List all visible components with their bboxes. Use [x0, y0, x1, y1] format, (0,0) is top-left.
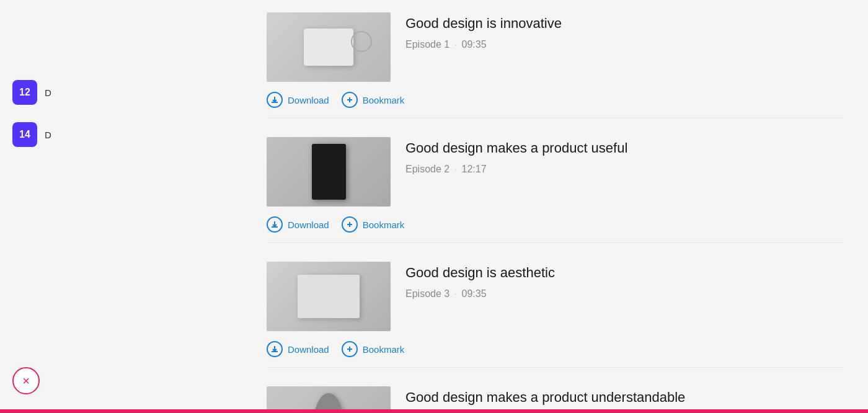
meta-dot-1: ·	[454, 40, 456, 49]
episode-item-4: Good design makes a product understandab…	[267, 374, 843, 413]
episode-item-3: Good design is aesthetic Episode 3 · 09:…	[267, 249, 843, 368]
episode-item-1: Good design is innovative Episode 1 · 09…	[267, 0, 843, 118]
badge-12: 12	[12, 80, 37, 105]
badge-row-14: 14 D	[0, 113, 242, 156]
episode-info-3: Good design is aesthetic Episode 3 · 09:…	[405, 262, 843, 300]
badge-12-label: D	[45, 87, 51, 98]
close-button[interactable]: ×	[12, 367, 40, 394]
divider-2	[267, 242, 843, 243]
episode-item-2: Good design makes a product useful Episo…	[267, 125, 843, 243]
episode-meta-1: Episode 1 · 09:35	[405, 39, 843, 50]
bookmark-icon-3	[342, 341, 358, 357]
episode-duration-3: 09:35	[462, 288, 487, 300]
sidebar: 12 D 14 D	[0, 0, 242, 413]
episode-label-1: Episode 1	[405, 39, 450, 50]
episode-title-4: Good design makes a product understandab…	[405, 389, 843, 407]
divider-3	[267, 367, 843, 368]
episode-label-3: Episode 3	[405, 288, 450, 300]
episode-meta-2: Episode 2 · 12:17	[405, 164, 843, 175]
episode-meta-3: Episode 3 · 09:35	[405, 288, 843, 300]
episode-row-4: Good design makes a product understandab…	[267, 374, 843, 413]
episode-thumbnail-2	[267, 137, 391, 206]
download-icon-1	[267, 92, 283, 108]
download-icon-3	[267, 341, 283, 357]
episode-info-2: Good design makes a product useful Episo…	[405, 137, 843, 175]
bottom-bar	[0, 409, 868, 413]
badge-14-label: D	[45, 130, 51, 140]
episode-list: Good design is innovative Episode 1 · 09…	[242, 0, 868, 413]
episode-duration-2: 12:17	[462, 164, 487, 175]
badge-14: 14	[12, 122, 37, 147]
episode-row-2: Good design makes a product useful Episo…	[267, 125, 843, 214]
episode-row-3: Good design is aesthetic Episode 3 · 09:…	[267, 249, 843, 339]
episode-info-1: Good design is innovative Episode 1 · 09…	[405, 12, 843, 50]
page-container: 12 D 14 D Good design is innovative Epis…	[0, 0, 868, 413]
meta-dot-3: ·	[454, 290, 456, 298]
episode-label-2: Episode 2	[405, 164, 450, 175]
episode-duration-1: 09:35	[462, 39, 487, 50]
download-icon-2	[267, 216, 283, 233]
episode-actions-1: Download Bookmark	[267, 89, 843, 118]
download-button-3[interactable]: Download	[267, 341, 329, 357]
bookmark-button-1[interactable]: Bookmark	[342, 92, 405, 108]
episode-actions-2: Download Bookmark	[267, 214, 843, 242]
bookmark-icon-1	[342, 92, 358, 108]
episode-actions-3: Download Bookmark	[267, 339, 843, 367]
badge-row-12: 12 D	[0, 71, 242, 113]
episode-title-1: Good design is innovative	[405, 15, 843, 33]
bookmark-button-2[interactable]: Bookmark	[342, 216, 405, 233]
episode-thumbnail-1	[267, 12, 391, 82]
episode-title-2: Good design makes a product useful	[405, 140, 843, 158]
download-button-2[interactable]: Download	[267, 216, 329, 233]
download-button-1[interactable]: Download	[267, 92, 329, 108]
bookmark-button-3[interactable]: Bookmark	[342, 341, 405, 357]
bookmark-icon-2	[342, 216, 358, 233]
episode-thumbnail-3	[267, 262, 391, 331]
meta-dot-2: ·	[454, 165, 456, 174]
divider-1	[267, 118, 843, 118]
episode-title-3: Good design is aesthetic	[405, 264, 843, 282]
episode-row-1: Good design is innovative Episode 1 · 09…	[267, 0, 843, 89]
